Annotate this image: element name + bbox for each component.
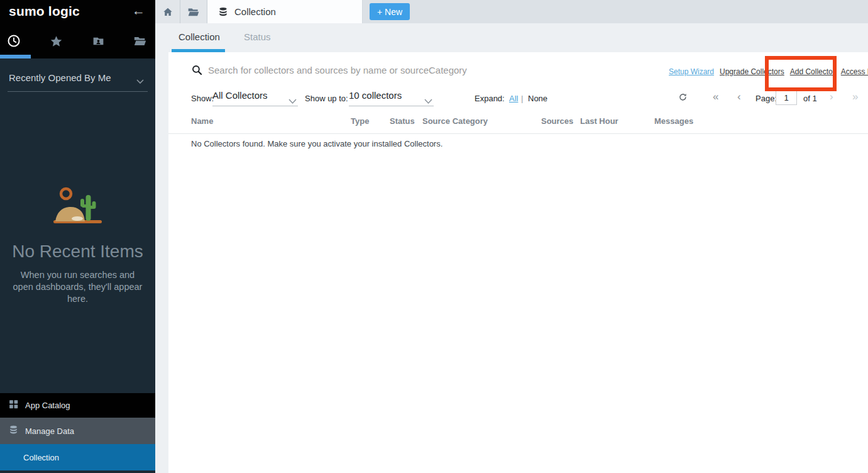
show-label: Show: <box>191 94 214 103</box>
sidebar: sumo logic ← Recently Opened By Me <box>0 0 155 473</box>
favorites-star-icon[interactable] <box>49 34 63 48</box>
expand-label: Expand: <box>475 94 505 103</box>
sidebar-empty-state: No Recent Items When you run searches an… <box>0 176 155 305</box>
column-header-status[interactable]: Status <box>390 116 422 126</box>
sidebar-bottom-menu: App Catalog Manage Data Collection <box>0 393 155 470</box>
sidebar-item-label: Manage Data <box>25 426 74 436</box>
tab-library[interactable] <box>180 0 207 23</box>
column-header-name[interactable]: Name <box>191 116 351 126</box>
page-number-input[interactable] <box>776 91 797 105</box>
recents-clock-icon[interactable] <box>7 34 21 48</box>
collapse-sidebar-arrow-icon[interactable]: ← <box>132 3 145 18</box>
refresh-icon[interactable] <box>678 92 688 105</box>
subtab-bar: Collection Status <box>155 23 868 52</box>
collection-panel: Setup Wizard Upgrade Collectors Add Coll… <box>168 52 868 473</box>
column-header-messages[interactable]: Messages <box>654 116 868 126</box>
chevron-down-icon <box>136 75 144 87</box>
next-page-icon[interactable]: › <box>830 91 833 103</box>
page-body: Collection Status Setup Wizard Upgrade C… <box>155 23 868 473</box>
main-area: Collection + New Collection Status Setup… <box>155 0 868 473</box>
expand-all-link[interactable]: All <box>509 94 518 103</box>
page-size-select[interactable]: 10 collectors <box>349 90 434 106</box>
app-grid-icon <box>8 399 19 412</box>
column-header-sources[interactable]: Sources <box>541 116 580 126</box>
sidebar-item-label: App Catalog <box>25 401 70 410</box>
subtab-status[interactable]: Status <box>244 31 271 42</box>
tab-label: Collection <box>234 6 276 17</box>
page-size-value: 10 collectors <box>349 90 402 101</box>
open-folder-icon <box>187 6 200 18</box>
column-header-type[interactable]: Type <box>351 116 390 126</box>
database-icon <box>217 6 229 18</box>
list-controls: Show: All Collectors Show up to: 10 coll… <box>168 89 868 110</box>
home-icon <box>162 6 173 18</box>
access-keys-link[interactable]: Access Keys <box>841 67 868 76</box>
show-filter-value: All Collectors <box>212 90 268 101</box>
column-header-last-hour[interactable]: Last Hour <box>580 116 654 126</box>
last-page-icon[interactable]: » <box>852 91 858 103</box>
sidebar-icon-nav <box>0 29 155 54</box>
show-filter-select[interactable]: All Collectors <box>212 90 298 106</box>
column-header-source-category[interactable]: Source Category <box>422 116 541 126</box>
search-input[interactable] <box>208 62 623 78</box>
first-page-icon[interactable]: « <box>713 91 718 103</box>
sidebar-header: sumo logic ← <box>0 0 155 58</box>
recently-opened-label: Recently Opened By Me <box>9 72 111 83</box>
chevron-down-icon <box>424 96 432 107</box>
sidebar-item-label: Collection <box>23 453 59 462</box>
no-recent-items-title: No Recent Items <box>0 242 155 262</box>
subtab-collection[interactable]: Collection <box>179 31 220 42</box>
app-window: sumo logic ← Recently Opened By Me <box>0 0 868 473</box>
setup-wizard-link[interactable]: Setup Wizard <box>669 67 714 76</box>
no-recent-items-caption: When you run searches and open dashboard… <box>10 269 146 305</box>
show-up-to-label: Show up to: <box>305 94 348 103</box>
database-icon <box>8 425 19 438</box>
new-tab-button[interactable]: + New <box>370 3 410 20</box>
desert-cactus-illustration <box>53 185 103 224</box>
tab-collection-active[interactable]: Collection <box>207 0 363 23</box>
recently-opened-dropdown[interactable]: Recently Opened By Me <box>8 58 148 92</box>
action-links: Setup Wizard Upgrade Collectors Add Coll… <box>669 67 868 76</box>
sidebar-item-manage-data[interactable]: Manage Data <box>0 418 155 444</box>
sumo-logic-logo: sumo logic <box>9 4 80 19</box>
search-icon <box>191 64 203 79</box>
shared-folder-icon[interactable] <box>133 34 147 48</box>
upgrade-collectors-link[interactable]: Upgrade Collectors <box>720 67 784 76</box>
page-label: Page: <box>755 94 777 103</box>
page-count-label: of 1 <box>803 94 817 103</box>
top-tab-bar: Collection + New <box>155 0 868 23</box>
prev-page-icon[interactable]: ‹ <box>737 91 741 103</box>
sidebar-item-app-catalog[interactable]: App Catalog <box>0 393 155 418</box>
add-collector-link[interactable]: Add Collector <box>790 67 835 76</box>
sidebar-item-collection[interactable]: Collection <box>0 444 155 470</box>
no-collectors-message: No Collectors found. Make sure you activ… <box>191 139 442 148</box>
separator: | <box>521 94 523 103</box>
personal-folder-icon[interactable] <box>91 34 105 48</box>
tab-home[interactable] <box>155 0 180 23</box>
expand-none-link[interactable]: None <box>528 94 547 103</box>
chevron-down-icon <box>288 96 297 107</box>
collectors-table-header: Name Type Status Source Category Sources… <box>168 116 868 134</box>
